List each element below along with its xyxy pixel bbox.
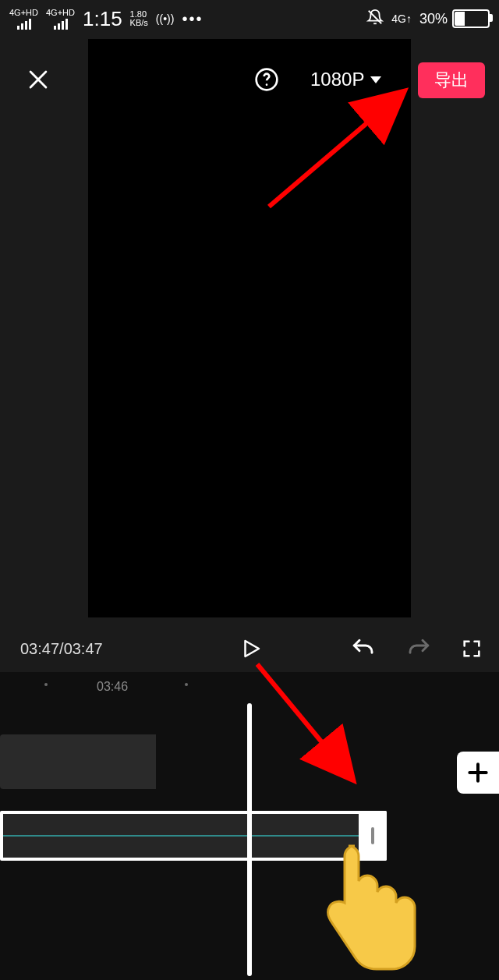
hotspot-icon: ((•))	[156, 12, 175, 25]
fullscreen-button[interactable]	[456, 633, 487, 664]
svg-point-4	[266, 83, 268, 86]
undo-icon	[350, 636, 375, 661]
net-speed-unit: KB/s	[130, 19, 148, 27]
current-time: 03:47	[20, 640, 59, 657]
audio-waveform	[3, 835, 384, 837]
redo-icon	[407, 636, 432, 661]
video-preview[interactable]	[88, 39, 411, 617]
status-left: 4G+HD 4G+HD 1:15 1.80 KB/s ((•)) •••	[9, 7, 203, 31]
time-ruler[interactable]: 03:46	[0, 680, 499, 699]
resolution-value: 1080P	[310, 69, 364, 90]
signal-2: 4G+HD	[46, 9, 75, 30]
battery-percent: 30%	[419, 11, 448, 27]
chevron-down-icon	[370, 76, 381, 83]
help-icon	[254, 67, 279, 92]
help-button[interactable]	[248, 61, 285, 98]
play-icon	[239, 637, 263, 660]
ruler-label: 03:46	[97, 680, 128, 694]
redo-button[interactable]	[404, 633, 435, 664]
timeline-area[interactable]: 03:46	[0, 672, 499, 980]
fullscreen-icon	[461, 638, 483, 660]
close-button[interactable]	[19, 61, 57, 98]
signal-1-label: 4G+HD	[9, 9, 38, 17]
net-speed: 1.80 KB/s	[130, 10, 148, 27]
clip-trim-handle[interactable]	[359, 811, 387, 861]
editor-top-bar: 1080P 导出	[0, 61, 499, 98]
audio-clip[interactable]	[0, 811, 387, 861]
player-bar: 03:47/03:47	[0, 630, 499, 667]
total-time: 03:47	[64, 640, 103, 657]
status-right: 4G↑ 30%	[366, 9, 490, 30]
battery-icon	[452, 9, 490, 28]
ruler-tick	[185, 683, 188, 686]
more-icon: •••	[182, 10, 203, 28]
plus-icon	[465, 760, 490, 785]
signal-1: 4G+HD	[9, 9, 38, 30]
status-bar: 4G+HD 4G+HD 1:15 1.80 KB/s ((•)) ••• 4G↑…	[0, 0, 499, 37]
video-clip[interactable]	[0, 734, 156, 789]
time-display: 03:47/03:47	[20, 640, 103, 658]
export-button[interactable]: 导出	[418, 62, 485, 98]
alarm-off-icon	[366, 9, 384, 30]
signal-2-label: 4G+HD	[46, 9, 75, 17]
playhead[interactable]	[247, 703, 252, 976]
status-clock: 1:15	[83, 7, 122, 31]
add-clip-button[interactable]	[457, 752, 499, 794]
play-button[interactable]	[235, 633, 267, 664]
resolution-dropdown[interactable]: 1080P	[310, 61, 381, 98]
undo-button[interactable]	[347, 633, 378, 664]
ruler-tick	[44, 683, 48, 686]
close-icon	[25, 66, 51, 93]
data-label: 4G↑	[391, 12, 412, 25]
battery-indicator: 30%	[419, 9, 490, 28]
export-button-label: 导出	[434, 69, 469, 92]
svg-marker-5	[246, 641, 260, 656]
